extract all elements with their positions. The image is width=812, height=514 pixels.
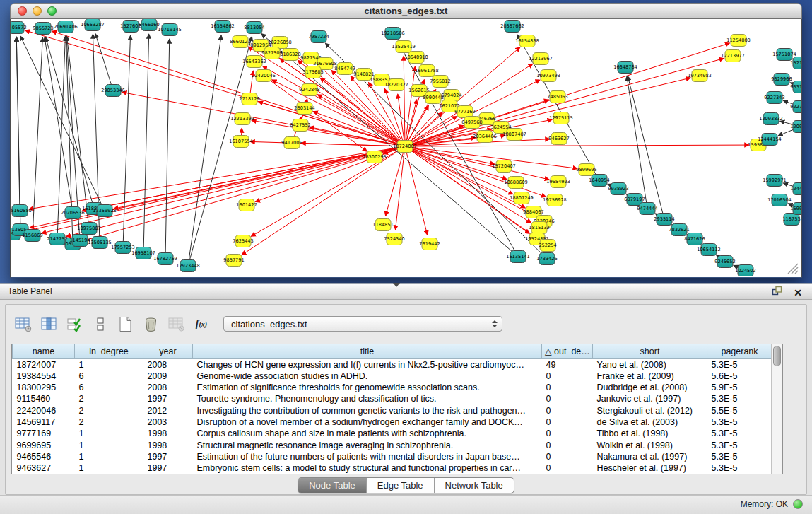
tab-edge-table[interactable]: Edge Table: [366, 478, 434, 493]
network-node[interactable]: 12213399: [230, 113, 254, 125]
network-node[interactable]: 1599290: [790, 203, 801, 215]
cell-short[interactable]: Dudbridge et al. (2008): [593, 382, 707, 393]
network-node[interactable]: 9777169: [454, 106, 475, 118]
network-node[interactable]: 29053346: [101, 85, 125, 97]
close-panel-icon[interactable]: ✕: [794, 288, 802, 298]
cell-short[interactable]: Nakamura et al. (1997): [593, 451, 707, 462]
window-titlebar[interactable]: citations_edges.txt: [10, 3, 802, 19]
network-node[interactable]: 8471626: [684, 233, 705, 245]
network-node[interactable]: 1640954: [589, 175, 609, 187]
column-header-title[interactable]: title: [193, 344, 542, 358]
network-node[interactable]: 10688609: [504, 177, 528, 189]
cell-year[interactable]: 1997: [143, 393, 193, 404]
cell-short[interactable]: de Silva et al. (2003): [593, 416, 707, 428]
table-row[interactable]: 1872400712008Changes of HCN gene express…: [13, 358, 772, 370]
table-rows-icon[interactable]: [90, 315, 109, 333]
tab-network-table[interactable]: Network Table: [434, 478, 514, 493]
network-node[interactable]: 9242848: [299, 84, 319, 96]
network-node[interactable]: 15720407: [492, 160, 516, 173]
network-node[interactable]: 19218586: [381, 28, 405, 40]
table-row[interactable]: 946554611997Estimation of the future num…: [13, 451, 772, 462]
network-node[interactable]: 9899695: [576, 164, 596, 176]
network-node[interactable]: 1156869: [22, 230, 42, 242]
network-node[interactable]: 7524340: [384, 233, 404, 245]
table-mode-icon[interactable]: [14, 315, 33, 333]
row-selection-icon[interactable]: [65, 315, 83, 333]
network-node[interactable]: 9329966: [771, 74, 792, 86]
cell-year[interactable]: 2008: [143, 358, 193, 370]
table-selector-dropdown[interactable]: citations_edges.txt: [223, 316, 502, 332]
network-node[interactable]: 9827509: [261, 47, 282, 59]
network-node[interactable]: 16782759: [153, 253, 177, 265]
network-node[interactable]: 6497568: [461, 117, 482, 129]
network-node[interactable]: 17016504: [767, 194, 792, 206]
zoom-button[interactable]: [47, 6, 57, 16]
cell-title[interactable]: Genome-wide association studies in ADHD.: [193, 370, 542, 382]
network-node[interactable]: 25160850: [11, 205, 32, 217]
network-node[interactable]: 7957224: [308, 31, 329, 43]
network-node[interactable]: 2405572: [11, 22, 27, 34]
network-node[interactable]: 1815132: [529, 222, 549, 234]
network-node[interactable]: 7832621: [669, 224, 689, 236]
cell-year[interactable]: 2008: [143, 382, 193, 393]
network-canvas[interactable]: 1872400786601238912954182260589827509165…: [10, 19, 802, 278]
cell-year[interactable]: 1998: [143, 440, 193, 451]
network-node[interactable]: 16648784: [613, 62, 637, 74]
cell-pagerank[interactable]: 5.3E-5: [707, 440, 772, 451]
network-node[interactable]: 2718129: [239, 93, 259, 105]
network-node[interactable]: 18807249: [510, 192, 534, 204]
table-row[interactable]: 1938455462009Genome-wide association stu…: [13, 370, 772, 382]
cell-in_degree[interactable]: 1: [75, 358, 143, 370]
column-header-in_degree[interactable]: in_degree: [75, 344, 143, 358]
cell-out_degree[interactable]: 0: [542, 462, 593, 474]
network-node[interactable]: 2935114: [654, 214, 674, 226]
network-node[interactable]: 18226058: [268, 37, 292, 49]
cell-short[interactable]: Franke et al. (2009): [593, 370, 707, 382]
cell-short[interactable]: Yano et al. (2008): [593, 358, 707, 370]
column-header-year[interactable]: year: [143, 344, 193, 358]
network-node[interactable]: 8186328: [280, 49, 300, 61]
network-node[interactable]: 8466160: [139, 19, 159, 31]
cell-year[interactable]: 2009: [143, 370, 193, 382]
network-node[interactable]: 16107554: [229, 136, 253, 148]
network-node[interactable]: 8813054: [244, 22, 264, 34]
network-node[interactable]: 9463627: [548, 133, 569, 145]
cell-out_degree[interactable]: 0: [542, 440, 593, 451]
cell-out_degree[interactable]: 0: [542, 382, 593, 393]
delete-column-icon[interactable]: [141, 315, 160, 333]
network-node[interactable]: 8454749: [334, 63, 355, 75]
network-node[interactable]: 9474444: [637, 203, 657, 215]
table-panel-titlebar[interactable]: Table Panel ✕: [0, 283, 812, 300]
network-node[interactable]: 7485063: [547, 91, 567, 103]
cell-name[interactable]: 9699695: [13, 440, 75, 451]
network-node[interactable]: 12975115: [549, 112, 573, 124]
column-header-out_degree[interactable]: △ out_de…: [542, 344, 593, 358]
network-node[interactable]: 1244410: [790, 183, 801, 195]
network-node[interactable]: 13525419: [392, 41, 416, 53]
table-row[interactable]: 946362711997Embryonic stem cells: a mode…: [13, 462, 772, 474]
network-node[interactable]: 2803144: [294, 103, 314, 115]
cell-title[interactable]: Embryonic stem cells: a model to study s…: [193, 462, 542, 474]
cell-in_degree[interactable]: 2: [75, 416, 143, 428]
network-node[interactable]: 9227340: [790, 101, 801, 113]
network-node[interactable]: 12093832: [759, 113, 783, 125]
cell-name[interactable]: 14569117: [13, 416, 75, 428]
network-node[interactable]: 1209380: [790, 121, 801, 133]
network-node[interactable]: 8427552: [290, 119, 310, 132]
float-panel-icon[interactable]: [772, 286, 782, 299]
network-node[interactable]: 1601427: [236, 199, 257, 211]
cell-title[interactable]: Disruption of a novel member of a sodium…: [193, 416, 542, 428]
network-node[interactable]: 9331120: [790, 81, 801, 93]
cell-year[interactable]: 1998: [143, 428, 193, 439]
network-node[interactable]: 6794024: [441, 90, 461, 102]
cell-pagerank[interactable]: 5.3E-5: [707, 393, 772, 404]
cell-title[interactable]: Structural magnetic resonance image aver…: [193, 440, 542, 451]
cell-name[interactable]: 9777169: [13, 428, 75, 439]
cell-in_degree[interactable]: 6: [75, 370, 143, 382]
network-node[interactable]: 19654923: [546, 176, 570, 188]
network-node[interactable]: 20691406: [54, 21, 78, 33]
network-node[interactable]: 9227343: [764, 92, 784, 104]
network-node[interactable]: 9857791: [223, 255, 244, 267]
cell-pagerank[interactable]: 5.3E-5: [707, 416, 772, 428]
network-node[interactable]: 118753: [782, 214, 800, 226]
